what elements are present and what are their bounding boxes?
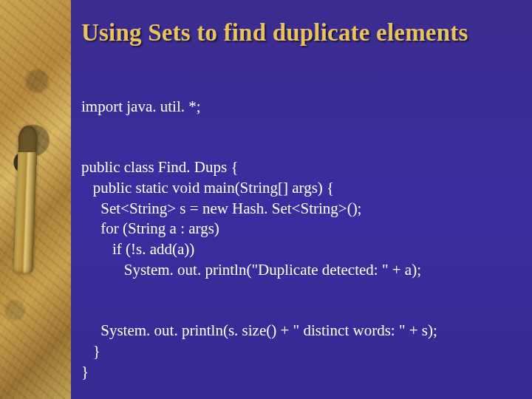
code-line: } xyxy=(81,363,89,381)
slide-content: Using Sets to find duplicate elements im… xyxy=(71,0,532,399)
code-line: System. out. println("Duplicate detected… xyxy=(81,261,421,279)
blank-line xyxy=(81,117,519,137)
code-line: System. out. println(s. size() + " disti… xyxy=(81,321,437,339)
decorative-sidebar xyxy=(0,0,71,399)
code-block: import java. util. *; public class Find.… xyxy=(81,76,519,399)
code-line: } xyxy=(81,342,100,360)
code-line: for (String a : args) xyxy=(81,219,219,237)
code-line: public static void main(String[] args) { xyxy=(81,179,334,197)
code-line: Set<String> s = new Hash. Set<String>(); xyxy=(81,200,361,217)
slide-title: Using Sets to find duplicate elements xyxy=(81,19,519,47)
code-line: import java. util. *; xyxy=(81,98,201,115)
blank-line xyxy=(81,280,519,300)
code-line: if (!s. add(a)) xyxy=(81,240,194,258)
code-line: public class Find. Dups { xyxy=(81,158,239,176)
